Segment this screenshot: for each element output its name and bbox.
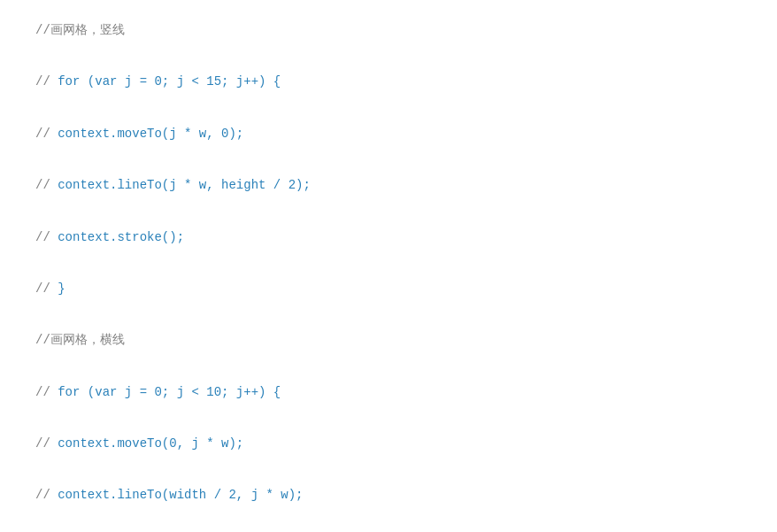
code-editor: //画网格，竖线 // for (var j = 0; j < 15; j++)…	[35, 18, 777, 532]
code-content-11: }	[58, 281, 65, 296]
code-content-15: for (var j = 0; j < 10; j++) {	[58, 385, 281, 399]
code-content-3: for (var j = 0; j < 15; j++) {	[58, 74, 281, 89]
code-line-1: //画网格，竖线	[35, 18, 777, 43]
code-line-4	[35, 96, 777, 121]
code-line-15: // for (var j = 0; j < 10; j++) {	[35, 380, 777, 405]
code-line-18	[35, 457, 777, 482]
code-line-13: //画网格，横线	[35, 328, 777, 353]
code-content-19: context.lineTo(width / 2, j * w);	[58, 488, 303, 502]
code-line-9: // context.stroke();	[35, 225, 777, 251]
code-content-5: context.moveTo(j * w, 0);	[58, 127, 243, 141]
code-line-11: // }	[35, 276, 777, 302]
code-line-7: // context.lineTo(j * w, height / 2);	[35, 173, 777, 198]
code-line-14	[35, 353, 777, 379]
comment-prefix-9: //	[35, 230, 58, 244]
comment-prefix-11: //	[35, 281, 58, 296]
comment-prefix-3: //	[35, 74, 58, 89]
code-content-17: context.moveTo(0, j * w);	[58, 436, 243, 451]
code-line-19: // context.lineTo(width / 2, j * w);	[35, 482, 777, 508]
chinese-comment-1: //画网格，竖线	[35, 23, 125, 37]
code-content-7: context.lineTo(j * w, height / 2);	[58, 178, 311, 192]
code-line-2	[35, 43, 777, 69]
comment-prefix-5: //	[35, 127, 58, 141]
comment-prefix-17: //	[35, 436, 58, 451]
code-line-20	[35, 509, 777, 532]
code-line-8	[35, 198, 777, 224]
code-line-12	[35, 302, 777, 328]
comment-prefix-7: //	[35, 178, 58, 192]
comment-prefix-19: //	[35, 488, 58, 502]
code-content-9: context.stroke();	[58, 230, 184, 244]
code-line-17: // context.moveTo(0, j * w);	[35, 431, 777, 457]
code-line-5: // context.moveTo(j * w, 0);	[35, 121, 777, 147]
code-line-10	[35, 251, 777, 276]
code-line-3: // for (var j = 0; j < 15; j++) {	[35, 69, 777, 95]
code-line-16	[35, 405, 777, 431]
code-line-6	[35, 147, 777, 173]
comment-prefix-15: //	[35, 385, 58, 399]
chinese-comment-2: //画网格，横线	[35, 333, 125, 347]
